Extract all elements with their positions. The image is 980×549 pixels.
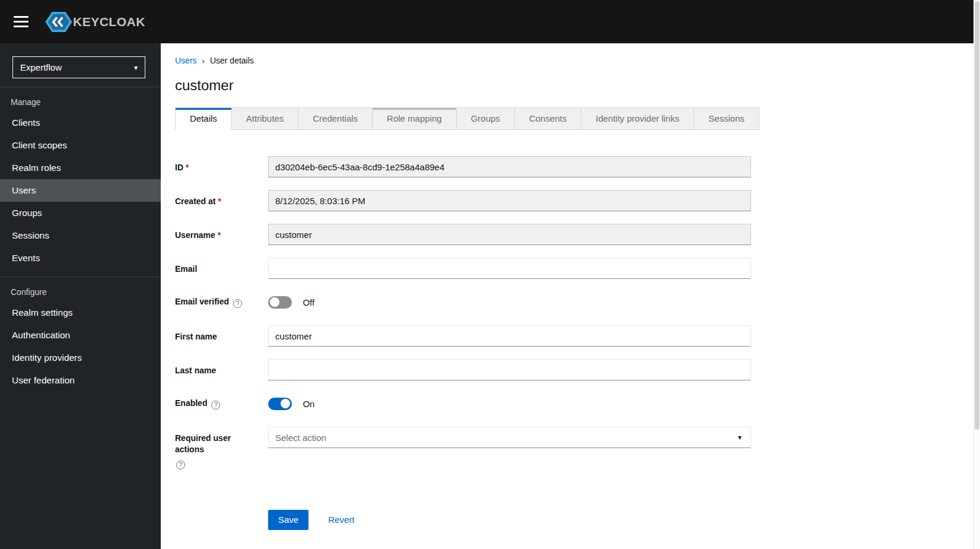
breadcrumb: Users › User details <box>175 56 966 65</box>
required-actions-placeholder: Select action <box>275 433 326 443</box>
nav-group-manage-title: Manage <box>0 87 161 112</box>
chevron-down-icon: ▾ <box>134 64 138 72</box>
tab-role-mapping[interactable]: Role mapping <box>372 107 457 130</box>
form-row-email-verified: Email verified? Off <box>175 291 966 313</box>
form-row-actions: Save Revert <box>175 482 966 530</box>
user-details-form: ID* Created at* Username* <box>175 156 966 530</box>
sidebar-item-sessions[interactable]: Sessions <box>0 224 161 247</box>
form-row-created-at: Created at* <box>175 190 966 211</box>
tab-identity-provider-links[interactable]: Identity provider links <box>581 107 694 130</box>
form-row-required-actions: Required user actions ? Select action ▾ <box>175 427 966 469</box>
tab-credentials[interactable]: Credentials <box>298 107 373 130</box>
hamburger-icon <box>14 16 28 18</box>
email-label: Email <box>175 258 268 275</box>
sidebar: Expertflow ▾ Manage Clients Client scope… <box>0 43 161 549</box>
enabled-label: Enabled? <box>175 398 268 410</box>
realm-selector[interactable]: Expertflow ▾ <box>12 56 145 78</box>
last-name-field[interactable] <box>268 359 751 380</box>
scrollbar[interactable] <box>973 0 980 549</box>
enabled-toggle[interactable] <box>268 398 292 410</box>
sidebar-item-user-federation[interactable]: User federation <box>0 369 161 392</box>
breadcrumb-current: User details <box>210 56 254 65</box>
email-verified-label: Email verified? <box>175 296 268 308</box>
tab-groups[interactable]: Groups <box>456 107 515 130</box>
breadcrumb-separator: › <box>202 56 205 65</box>
sidebar-item-authentication[interactable]: Authentication <box>0 324 161 347</box>
nav-group-configure-title: Configure <box>0 277 161 302</box>
breadcrumb-users-link[interactable]: Users <box>175 56 197 65</box>
required-actions-label: Required user actions ? <box>175 427 268 469</box>
required-marker: * <box>218 196 221 206</box>
required-actions-select[interactable]: Select action ▾ <box>268 427 751 448</box>
sidebar-item-events[interactable]: Events <box>0 247 161 269</box>
first-name-field[interactable] <box>268 325 751 347</box>
save-button[interactable]: Save <box>268 510 308 530</box>
created-at-field <box>268 190 751 211</box>
scrollbar-thumb[interactable] <box>975 1 979 430</box>
email-field[interactable] <box>268 258 751 279</box>
required-marker: * <box>218 230 221 240</box>
email-verified-toggle[interactable] <box>268 296 292 309</box>
username-field <box>268 224 751 245</box>
form-row-id: ID* <box>175 156 966 177</box>
required-marker: * <box>186 163 189 172</box>
keycloak-logo-text: KEYCLOAK <box>73 15 145 29</box>
tab-details[interactable]: Details <box>175 107 232 130</box>
tab-consents[interactable]: Consents <box>514 107 581 130</box>
form-row-enabled: Enabled? On <box>175 393 966 414</box>
username-label: Username* <box>175 224 268 241</box>
email-verified-state: Off <box>303 297 314 307</box>
id-label: ID* <box>175 156 268 173</box>
revert-button[interactable]: Revert <box>328 515 354 525</box>
main-content: Users › User details customer Details At… <box>161 43 980 549</box>
nav-group-configure: Configure Realm settings Authentication … <box>0 277 161 392</box>
sidebar-item-identity-providers[interactable]: Identity providers <box>0 347 161 369</box>
first-name-label: First name <box>175 325 268 342</box>
sidebar-item-users[interactable]: Users <box>0 179 161 202</box>
form-row-email: Email <box>175 258 966 279</box>
help-icon[interactable]: ? <box>176 461 185 469</box>
sidebar-item-realm-settings[interactable]: Realm settings <box>0 302 161 324</box>
nav-toggle-button[interactable] <box>9 11 33 32</box>
keycloak-logo: KEYCLOAK <box>45 11 145 33</box>
help-icon[interactable]: ? <box>211 401 220 410</box>
sidebar-item-client-scopes[interactable]: Client scopes <box>0 134 161 157</box>
realm-name: Expertflow <box>20 62 62 72</box>
created-at-label: Created at* <box>175 190 268 207</box>
tab-bar: Details Attributes Credentials Role mapp… <box>175 107 966 130</box>
nav-group-manage: Manage Clients Client scopes Realm roles… <box>0 87 161 269</box>
tab-sessions[interactable]: Sessions <box>693 107 759 130</box>
id-field <box>268 156 751 177</box>
keycloak-logo-icon <box>45 11 72 33</box>
help-icon[interactable]: ? <box>233 299 242 308</box>
sidebar-item-realm-roles[interactable]: Realm roles <box>0 157 161 179</box>
form-actions: Save Revert <box>268 510 751 530</box>
tab-attributes[interactable]: Attributes <box>231 107 298 130</box>
last-name-label: Last name <box>175 359 268 376</box>
chevron-down-icon: ▾ <box>738 433 742 442</box>
page-title: customer <box>175 77 966 94</box>
form-row-last-name: Last name <box>175 359 966 380</box>
masthead: KEYCLOAK <box>0 0 980 43</box>
form-row-first-name: First name <box>175 325 966 347</box>
form-row-username: Username* <box>175 224 966 245</box>
sidebar-item-groups[interactable]: Groups <box>0 202 161 224</box>
enabled-state: On <box>303 399 314 409</box>
sidebar-item-clients[interactable]: Clients <box>0 112 161 134</box>
